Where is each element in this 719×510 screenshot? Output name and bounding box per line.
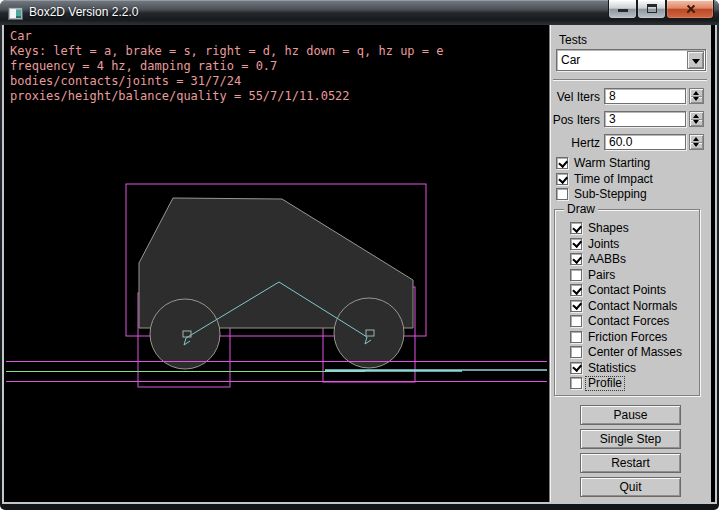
checkbox-box[interactable] xyxy=(570,331,582,343)
checkbox-box[interactable] xyxy=(570,377,582,389)
checkbox-box[interactable] xyxy=(570,346,582,358)
checkbox-label: Profile xyxy=(586,377,624,390)
pause-button[interactable]: Pause xyxy=(580,405,681,425)
simulation-canvas[interactable]: Car Keys: left = a, brake = s, right = d… xyxy=(4,25,549,502)
maximize-button[interactable] xyxy=(637,0,666,19)
stats-text: bodies/contacts/joints = 31/7/24 xyxy=(10,74,443,89)
separator xyxy=(553,79,707,81)
vel-iters-label: Vel Iters xyxy=(550,90,600,104)
checkbox-box[interactable] xyxy=(556,157,568,169)
checkbox-box[interactable] xyxy=(556,188,568,200)
tests-dropdown-value: Car xyxy=(561,52,580,68)
vel-iters-input[interactable]: 8 xyxy=(604,88,686,104)
checkbox-label: Contact Points xyxy=(588,284,666,297)
checkbox-label: Sub-Stepping xyxy=(574,188,647,201)
pos-iters-label: Pos Iters xyxy=(550,113,600,127)
checkbox-label: Warm Starting xyxy=(574,157,650,170)
checkbox-box[interactable] xyxy=(570,222,582,234)
checkbox-label: Shapes xyxy=(588,222,629,235)
checkbox-box[interactable] xyxy=(570,315,582,327)
maximize-icon xyxy=(647,4,657,13)
close-icon xyxy=(685,3,697,15)
window-title: Box2D Version 2.2.0 xyxy=(29,0,138,25)
checkbox-box[interactable] xyxy=(570,300,582,312)
hertz-row: Hertz 60.0 xyxy=(550,134,712,150)
chevron-down-icon xyxy=(692,59,700,64)
control-panel: Tests Car Vel Iters 8 Pos Iters 3 Hertz … xyxy=(549,25,711,502)
debug-text: Car Keys: left = a, brake = s, right = d… xyxy=(10,29,443,104)
checkbox-box[interactable] xyxy=(570,253,582,265)
test-name-text: Car xyxy=(10,29,443,44)
tests-dropdown-button[interactable] xyxy=(687,51,704,69)
client-area: Car Keys: left = a, brake = s, right = d… xyxy=(4,25,715,502)
spinner-down-icon xyxy=(693,143,699,147)
draw-groupbox: Draw Shapes Joints AABBs Pairs xyxy=(554,209,700,396)
hertz-input[interactable]: 60.0 xyxy=(604,134,686,150)
spinner-down-icon xyxy=(693,97,699,101)
titlebar[interactable]: Box2D Version 2.2.0 xyxy=(0,0,719,25)
checkbox-label: Statistics xyxy=(588,362,636,375)
proxy-stats-text: proxies/height/balance/quality = 55/7/1/… xyxy=(10,89,443,104)
checkbox-box[interactable] xyxy=(570,269,582,281)
single-step-button[interactable]: Single Step xyxy=(580,429,681,449)
quit-button[interactable]: Quit xyxy=(580,477,681,497)
vel-iters-stepper[interactable] xyxy=(689,88,704,104)
checkbox-label: Pairs xyxy=(588,269,615,282)
restart-button[interactable]: Restart xyxy=(580,453,681,473)
checkbox-label: Contact Normals xyxy=(588,300,677,313)
hertz-label: Hertz xyxy=(550,136,600,150)
checkbox-label: Friction Forces xyxy=(588,331,667,344)
minimize-icon xyxy=(618,9,628,12)
pos-iters-input[interactable]: 3 xyxy=(604,111,686,127)
vel-iters-row: Vel Iters 8 xyxy=(550,88,712,104)
checkbox-label: Contact Forces xyxy=(588,315,669,328)
draw-group-label: Draw xyxy=(564,203,598,216)
checkbox-label: AABBs xyxy=(588,253,626,266)
checkbox-box[interactable] xyxy=(570,238,582,250)
pos-iters-row: Pos Iters 3 xyxy=(550,111,712,127)
pos-iters-stepper[interactable] xyxy=(689,111,704,127)
keys-help-text: Keys: left = a, brake = s, right = d, hz… xyxy=(10,44,443,59)
close-button[interactable] xyxy=(666,0,714,19)
tests-dropdown[interactable]: Car xyxy=(556,49,706,71)
spinner-up-icon xyxy=(693,137,699,141)
spinner-up-icon xyxy=(693,114,699,118)
checkbox-label: Time of Impact xyxy=(574,173,653,186)
checkbox-box[interactable] xyxy=(556,173,568,185)
checkbox-label: Joints xyxy=(588,238,619,251)
app-window: Box2D Version 2.2.0 Car Keys: left = a, … xyxy=(0,0,719,510)
checkbox-box[interactable] xyxy=(570,362,582,374)
checkbox-label: Center of Masses xyxy=(588,346,682,359)
hertz-stepper[interactable] xyxy=(689,134,704,150)
minimize-button[interactable] xyxy=(608,0,637,19)
tests-label: Tests xyxy=(559,33,587,47)
spinner-down-icon xyxy=(693,120,699,124)
checkbox-box[interactable] xyxy=(570,284,582,296)
frequency-text: frequency = 4 hz, damping ratio = 0.7 xyxy=(10,59,443,74)
spinner-up-icon xyxy=(693,91,699,95)
app-icon xyxy=(8,6,23,19)
